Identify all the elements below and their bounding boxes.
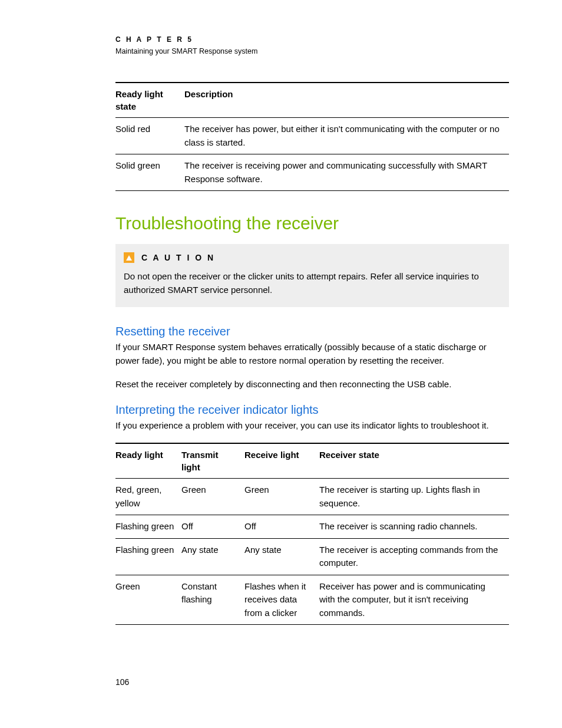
table-header: Receiver state: [319, 443, 509, 479]
cell-transmit: Off: [181, 515, 244, 539]
table-header: Ready light: [115, 443, 181, 479]
cell-receive: Off: [244, 515, 319, 539]
cell-state: Solid red: [115, 118, 184, 154]
table-row: Green Constant flashing Flashes when it …: [115, 575, 509, 625]
cell-ready: Red, green, yellow: [115, 479, 181, 515]
cell-transmit: Green: [181, 479, 244, 515]
indicator-lights-table: Ready light Transmit light Receive light…: [115, 443, 509, 625]
cell-state: The receiver is accepting commands from …: [319, 538, 509, 575]
caution-icon: [124, 252, 134, 263]
cell-desc: The receiver has power, but either it is…: [184, 118, 509, 154]
cell-ready: Flashing green: [115, 538, 181, 575]
table-header: Transmit light: [181, 443, 244, 479]
cell-transmit: Constant flashing: [181, 575, 244, 625]
cell-state: The receiver is scanning radio channels.: [319, 515, 509, 539]
cell-state: The receiver is starting up. Lights flas…: [319, 479, 509, 515]
cell-state: Receiver has power and is communicating …: [319, 575, 509, 625]
table-row: Flashing green Off Off The receiver is s…: [115, 515, 509, 539]
chapter-label: C H A P T E R 5: [115, 35, 509, 44]
caution-text: Do not open the receiver or the clicker …: [124, 270, 501, 297]
table-row: Flashing green Any state Any state The r…: [115, 538, 509, 575]
body-paragraph: If you experience a problem with your re…: [115, 419, 509, 433]
table-row: Solid red The receiver has power, but ei…: [115, 118, 509, 154]
cell-desc: The receiver is receiving power and comm…: [184, 154, 509, 191]
section-title: Troubleshooting the receiver: [115, 213, 509, 233]
ready-light-state-table: Ready light state Description Solid red …: [115, 82, 509, 191]
page-number: 106: [115, 677, 129, 687]
caution-box: C A U T I O N Do not open the receiver o…: [115, 244, 509, 307]
body-paragraph: Reset the receiver completely by disconn…: [115, 378, 509, 391]
caution-label: C A U T I O N: [141, 253, 215, 262]
subsection-title: Resetting the receiver: [115, 325, 509, 338]
subsection-title: Interpreting the receiver indicator ligh…: [115, 403, 509, 417]
table-header: Description: [184, 83, 509, 118]
body-paragraph: If your SMART Response system behaves er…: [115, 341, 509, 367]
cell-transmit: Any state: [181, 538, 244, 575]
table-row: Red, green, yellow Green Green The recei…: [115, 479, 509, 515]
table-header: Ready light state: [115, 83, 184, 118]
cell-state: Solid green: [115, 154, 184, 191]
table-header: Receive light: [244, 443, 319, 479]
page: C H A P T E R 5 Maintaining your SMART R…: [0, 0, 562, 728]
cell-receive: Any state: [244, 538, 319, 575]
cell-receive: Green: [244, 479, 319, 515]
table-row: Solid green The receiver is receiving po…: [115, 154, 509, 191]
chapter-subtitle: Maintaining your SMART Response system: [115, 47, 509, 55]
cell-receive: Flashes when it receives data from a cli…: [244, 575, 319, 625]
cell-ready: Flashing green: [115, 515, 181, 539]
caution-header: C A U T I O N: [124, 252, 501, 263]
cell-ready: Green: [115, 575, 181, 625]
